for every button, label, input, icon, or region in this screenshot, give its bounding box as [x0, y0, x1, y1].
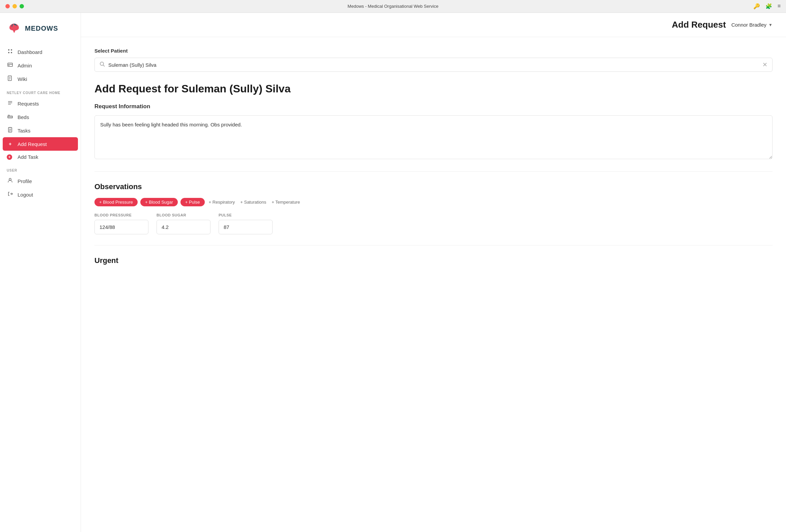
maximize-button[interactable] [20, 4, 24, 8]
beds-icon [7, 114, 14, 120]
sidebar-navigation: Dashboard Admin Wiki NETLEY COURT CARE H… [0, 43, 80, 532]
divider-2 [94, 245, 772, 245]
blood-pressure-label: BLOOD PRESSURE [94, 213, 148, 217]
sidebar-item-requests[interactable]: Requests [0, 97, 80, 110]
obs-tag-temperature[interactable]: + Temperature [270, 198, 301, 206]
sidebar-item-dashboard[interactable]: Dashboard [0, 45, 80, 59]
requests-icon [7, 100, 14, 107]
request-textarea[interactable]: Sully has been feeling light headed this… [94, 115, 772, 159]
obs-tag-blood-pressure[interactable]: + Blood Pressure [94, 198, 138, 206]
user-name: Connor Bradley [731, 22, 766, 28]
minimize-button[interactable] [13, 4, 17, 8]
user-dropdown[interactable]: Connor Bradley ▼ [731, 22, 772, 28]
page-main-title: Add Request for Suleman (Sully) Silva [94, 82, 772, 95]
obs-tag-respiratory[interactable]: + Respiratory [207, 198, 236, 206]
svg-point-1 [11, 49, 12, 51]
add-request-icon: + [7, 141, 14, 147]
obs-field-blood-sugar: BLOOD SUGAR [157, 213, 210, 234]
svg-rect-17 [8, 127, 12, 132]
obs-field-blood-pressure: BLOOD PRESSURE [94, 213, 148, 234]
sidebar-item-wiki[interactable]: Wiki [0, 72, 80, 86]
titlebar: Medows - Medical Organisational Web Serv… [0, 0, 786, 13]
sidebar: MEDOWS Dashboard Admin Wiki [0, 13, 81, 532]
pulse-label: PULSE [218, 213, 273, 217]
svg-point-0 [8, 49, 9, 51]
sidebar-item-admin[interactable]: Admin [0, 59, 80, 72]
obs-tags: + Blood Pressure + Blood Sugar + Pulse +… [94, 198, 772, 206]
patient-search-icon [99, 62, 105, 68]
request-info-section-title: Request Information [94, 103, 772, 110]
svg-line-24 [103, 65, 105, 67]
svg-rect-6 [8, 65, 9, 66]
sidebar-item-beds-label: Beds [18, 114, 29, 120]
top-header: Add Request Connor Bradley ▼ [81, 13, 786, 37]
obs-tag-saturations[interactable]: + Saturations [239, 198, 268, 206]
patient-search-box: ✕ [94, 58, 772, 72]
sidebar-item-beds[interactable]: Beds [0, 110, 80, 124]
sidebar-item-requests-label: Requests [18, 101, 39, 106]
admin-icon [7, 62, 14, 69]
content-area: Select Patient ✕ Add Request for Suleman… [81, 37, 786, 276]
header-page-title: Add Request [672, 20, 726, 30]
clear-patient-button[interactable]: ✕ [762, 62, 767, 68]
user-section-label: USER [0, 163, 80, 174]
sidebar-item-add-task-label: Add Task [18, 154, 38, 160]
urgent-section: Urgent [94, 256, 772, 265]
app-layout: MEDOWS Dashboard Admin Wiki [0, 13, 786, 532]
svg-point-23 [100, 62, 103, 66]
profile-icon [7, 178, 14, 185]
svg-point-2 [8, 52, 9, 53]
sidebar-item-add-request-label: Add Request [18, 141, 47, 147]
blood-sugar-input[interactable] [157, 220, 210, 234]
obs-field-pulse: PULSE [218, 213, 273, 234]
obs-tag-pulse[interactable]: + Pulse [181, 198, 205, 206]
add-task-icon: + [7, 154, 14, 160]
obs-fields: BLOOD PRESSURE BLOOD SUGAR PULSE [94, 213, 772, 234]
blood-pressure-input[interactable] [94, 220, 148, 234]
svg-rect-4 [8, 63, 13, 67]
logo-text: MEDOWS [25, 25, 58, 32]
dashboard-icon [7, 49, 14, 55]
urgent-title: Urgent [94, 256, 772, 265]
close-button[interactable] [5, 4, 10, 8]
menu-icon[interactable]: ≡ [778, 3, 781, 9]
divider-1 [94, 171, 772, 172]
sidebar-item-profile[interactable]: Profile [0, 174, 80, 188]
puzzle-icon: 🧩 [765, 3, 772, 9]
sidebar-item-logout[interactable]: Logout [0, 188, 80, 201]
pulse-input[interactable] [218, 220, 273, 234]
observations-header: Observations [94, 183, 772, 191]
main-content: Add Request Connor Bradley ▼ Select Pati… [81, 13, 786, 532]
window-title: Medows - Medical Organisational Web Serv… [347, 4, 438, 9]
sidebar-item-profile-label: Profile [18, 178, 32, 184]
key-icon: 🔑 [753, 3, 760, 9]
logo-icon [7, 21, 22, 36]
wiki-icon [7, 75, 14, 82]
sidebar-item-tasks-label: Tasks [18, 128, 30, 134]
patient-search-input[interactable] [108, 62, 759, 68]
titlebar-actions: 🔑 🧩 ≡ [753, 3, 781, 9]
select-patient-label: Select Patient [94, 48, 772, 54]
dropdown-arrow-icon: ▼ [768, 23, 772, 27]
sidebar-item-logout-label: Logout [18, 192, 33, 198]
sidebar-item-wiki-label: Wiki [18, 76, 27, 82]
sidebar-item-add-task[interactable]: + Add Task [0, 151, 80, 163]
sidebar-item-add-request[interactable]: + Add Request [3, 137, 78, 151]
svg-point-21 [9, 178, 11, 180]
blood-sugar-label: BLOOD SUGAR [157, 213, 210, 217]
tasks-icon [7, 127, 14, 134]
logo: MEDOWS [0, 13, 80, 43]
sidebar-item-admin-label: Admin [18, 63, 32, 68]
svg-rect-16 [8, 115, 9, 116]
care-home-section-label: NETLEY COURT CARE HOME [0, 86, 80, 97]
logout-icon [7, 191, 14, 198]
sidebar-item-tasks[interactable]: Tasks [0, 124, 80, 137]
sidebar-item-dashboard-label: Dashboard [18, 49, 42, 55]
obs-tag-blood-sugar[interactable]: + Blood Sugar [140, 198, 178, 206]
window-controls[interactable] [5, 4, 24, 8]
svg-point-3 [11, 52, 12, 53]
